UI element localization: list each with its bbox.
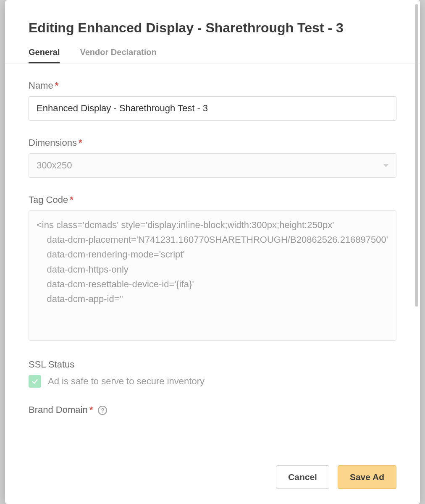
tagcode-textarea[interactable]: <ins class='dcmads' style='display:inlin… bbox=[29, 210, 396, 341]
ssl-status-row: Ad is safe to serve to secure inventory bbox=[29, 375, 396, 388]
tagcode-required-marker: * bbox=[70, 194, 73, 205]
help-icon[interactable]: ? bbox=[98, 406, 107, 415]
chevron-down-icon bbox=[383, 164, 388, 167]
save-ad-button[interactable]: Save Ad bbox=[338, 465, 396, 489]
dimensions-value: 300x250 bbox=[37, 160, 72, 171]
name-input[interactable] bbox=[29, 96, 396, 121]
dimensions-required-marker: * bbox=[79, 137, 82, 148]
name-label: Name* bbox=[29, 80, 396, 91]
tagcode-field-group: Tag Code* <ins class='dcmads' style='dis… bbox=[29, 194, 396, 342]
ssl-status-text: Ad is safe to serve to secure inventory bbox=[48, 376, 205, 387]
modal-title: Editing Enhanced Display - Sharethrough … bbox=[29, 20, 396, 36]
name-label-text: Name bbox=[29, 80, 53, 91]
modal-scrollbar[interactable] bbox=[415, 4, 418, 307]
dimensions-label-text: Dimensions bbox=[29, 137, 77, 148]
tab-general[interactable]: General bbox=[29, 47, 60, 63]
brand-domain-label-text: Brand Domain bbox=[29, 404, 88, 415]
name-required-marker: * bbox=[55, 80, 59, 91]
ssl-status-label: SSL Status bbox=[29, 359, 396, 370]
tab-vendor-declaration[interactable]: Vendor Declaration bbox=[80, 47, 156, 63]
ssl-status-group: SSL Status Ad is safe to serve to secure… bbox=[29, 359, 396, 388]
cancel-button[interactable]: Cancel bbox=[276, 465, 329, 489]
modal-body: Name* Dimensions* 300x250 Tag Code* <ins… bbox=[5, 63, 420, 453]
tagcode-label-text: Tag Code bbox=[29, 194, 68, 205]
tagcode-label: Tag Code* bbox=[29, 194, 396, 205]
edit-ad-modal: Editing Enhanced Display - Sharethrough … bbox=[5, 0, 420, 504]
modal-header: Editing Enhanced Display - Sharethrough … bbox=[5, 0, 420, 63]
modal-footer: Cancel Save Ad bbox=[5, 453, 420, 504]
brand-domain-label: Brand Domain* ? bbox=[29, 404, 396, 415]
dimensions-field-group: Dimensions* 300x250 bbox=[29, 137, 396, 178]
ssl-checkbox[interactable] bbox=[29, 375, 41, 388]
tabs-container: General Vendor Declaration bbox=[5, 47, 420, 63]
name-field-group: Name* bbox=[29, 80, 396, 121]
dimensions-label: Dimensions* bbox=[29, 137, 396, 148]
brand-domain-required-marker: * bbox=[89, 404, 93, 415]
brand-domain-group: Brand Domain* ? bbox=[29, 404, 396, 415]
check-icon bbox=[31, 378, 39, 385]
dimensions-select[interactable]: 300x250 bbox=[29, 153, 396, 178]
